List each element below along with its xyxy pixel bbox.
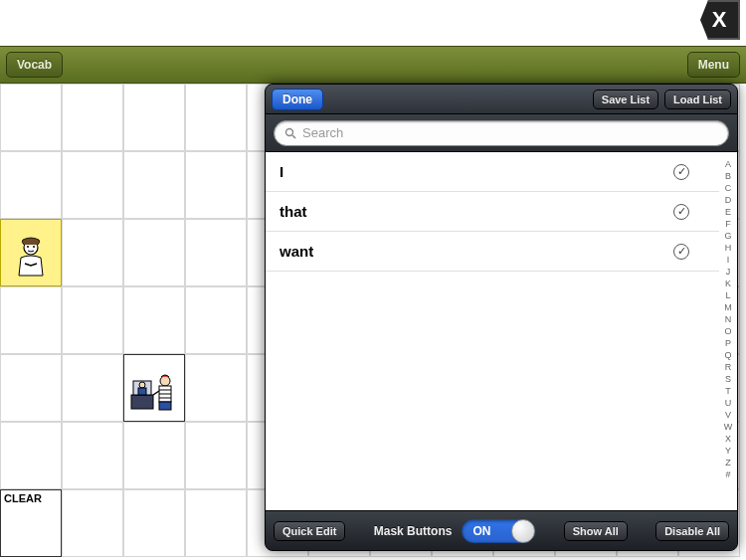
grid-cell[interactable] — [185, 354, 247, 422]
index-letter[interactable]: G — [724, 230, 731, 242]
save-list-button[interactable]: Save List — [593, 90, 658, 109]
grid-cell-person[interactable] — [0, 219, 62, 286]
grid-cell-clear[interactable]: CLEAR — [0, 489, 62, 557]
word-label: want — [280, 243, 673, 260]
grid-cell[interactable] — [185, 151, 247, 219]
index-letter[interactable]: W — [724, 421, 733, 433]
index-letter[interactable]: X — [725, 433, 731, 445]
index-letter[interactable]: R — [725, 361, 732, 373]
index-strip[interactable]: ABCDEFGHIJKLMNOPQRSTUVWXYZ# — [719, 152, 737, 510]
check-icon[interactable]: ✓ — [673, 244, 689, 260]
index-letter[interactable]: U — [725, 397, 732, 409]
check-icon[interactable]: ✓ — [673, 164, 689, 180]
grid-cell[interactable] — [62, 84, 123, 151]
index-letter[interactable]: K — [725, 278, 731, 289]
mask-buttons-label: Mask Buttons — [374, 524, 453, 538]
grid-cell[interactable] — [123, 422, 185, 489]
index-letter[interactable]: V — [725, 409, 731, 421]
grid-cell-shop[interactable] — [123, 354, 185, 422]
svg-line-14 — [292, 135, 295, 138]
search-bar — [266, 114, 737, 152]
index-letter[interactable]: A — [725, 158, 731, 170]
word-label: that — [280, 203, 673, 220]
grid-cell[interactable] — [62, 422, 123, 489]
list-item[interactable]: that ✓ — [266, 192, 719, 232]
show-all-button[interactable]: Show All — [564, 521, 628, 541]
index-letter[interactable]: S — [725, 373, 731, 385]
svg-point-13 — [286, 128, 293, 135]
grid-cell[interactable] — [185, 219, 247, 286]
toggle-knob-icon — [511, 519, 535, 543]
shop-icon — [128, 369, 180, 417]
index-letter[interactable]: Q — [724, 349, 731, 361]
grid-cell[interactable] — [185, 489, 247, 557]
index-letter[interactable]: # — [725, 468, 730, 480]
index-letter[interactable]: C — [725, 182, 732, 194]
index-letter[interactable]: O — [724, 325, 731, 337]
popover-toolbar-bottom: Quick Edit Mask Buttons ON Show All Disa… — [266, 510, 737, 550]
grid-cell[interactable] — [0, 354, 62, 422]
grid-cell[interactable] — [123, 219, 185, 286]
person-icon — [5, 234, 57, 281]
index-letter[interactable]: D — [725, 194, 732, 206]
list-item[interactable]: want ✓ — [266, 232, 719, 272]
index-letter[interactable]: L — [725, 289, 730, 301]
index-letter[interactable]: H — [725, 242, 732, 254]
index-letter[interactable]: N — [725, 313, 732, 325]
grid-cell[interactable] — [0, 84, 62, 151]
index-letter[interactable]: M — [724, 301, 732, 313]
done-button[interactable]: Done — [272, 89, 323, 110]
grid-cell[interactable] — [123, 286, 185, 354]
index-letter[interactable]: T — [725, 385, 731, 397]
list-item[interactable]: I ✓ — [266, 152, 719, 192]
grid-cell[interactable] — [185, 422, 247, 489]
index-letter[interactable]: Y — [725, 445, 731, 457]
svg-point-5 — [139, 382, 145, 388]
check-icon[interactable]: ✓ — [673, 204, 689, 220]
search-icon — [284, 127, 296, 139]
index-letter[interactable]: J — [726, 266, 731, 278]
svg-point-7 — [160, 376, 170, 386]
grid-cell[interactable] — [0, 286, 62, 354]
header-bar: Vocab Menu — [0, 46, 746, 84]
word-label: I — [280, 163, 673, 180]
grid-cell[interactable] — [62, 151, 123, 219]
quick-edit-button[interactable]: Quick Edit — [274, 521, 345, 541]
svg-rect-3 — [131, 395, 153, 409]
grid-cell[interactable] — [0, 151, 62, 219]
grid-cell[interactable] — [62, 354, 123, 422]
index-letter[interactable]: I — [727, 254, 730, 266]
toggle-on-label: ON — [472, 524, 490, 538]
grid-cell[interactable] — [123, 84, 185, 151]
vocab-button[interactable]: Vocab — [6, 52, 63, 78]
svg-point-2 — [33, 246, 35, 248]
popover-toolbar-top: Done Save List Load List — [266, 85, 737, 114]
list-area: I ✓ that ✓ want ✓ ABCDEFGHIJKLMNOPQRSTUV… — [266, 152, 737, 510]
close-icon[interactable]: X — [700, 0, 740, 40]
grid-cell[interactable] — [62, 219, 123, 286]
grid-cell[interactable] — [123, 151, 185, 219]
grid-cell[interactable] — [185, 84, 247, 151]
disable-all-button[interactable]: Disable All — [655, 521, 729, 541]
menu-button[interactable]: Menu — [687, 52, 740, 78]
mask-buttons-toggle[interactable]: ON — [462, 519, 535, 543]
index-letter[interactable]: P — [725, 337, 731, 349]
grid-cell[interactable] — [62, 286, 123, 354]
grid-cell[interactable] — [0, 422, 62, 489]
index-letter[interactable]: F — [725, 218, 731, 230]
grid-cell[interactable] — [62, 489, 123, 557]
word-list[interactable]: I ✓ that ✓ want ✓ — [266, 152, 719, 510]
index-letter[interactable]: E — [725, 206, 731, 218]
svg-rect-6 — [138, 388, 146, 395]
svg-rect-12 — [159, 402, 171, 410]
grid-cell[interactable] — [185, 286, 247, 354]
index-letter[interactable]: Z — [725, 457, 731, 468]
load-list-button[interactable]: Load List — [664, 90, 731, 109]
word-list-popover: Done Save List Load List I ✓ that ✓ want… — [265, 84, 738, 551]
svg-point-1 — [27, 246, 29, 248]
index-letter[interactable]: B — [725, 170, 731, 182]
clear-label: CLEAR — [4, 492, 42, 504]
search-field[interactable] — [274, 120, 729, 146]
grid-cell[interactable] — [123, 489, 185, 557]
search-input[interactable] — [302, 125, 718, 140]
